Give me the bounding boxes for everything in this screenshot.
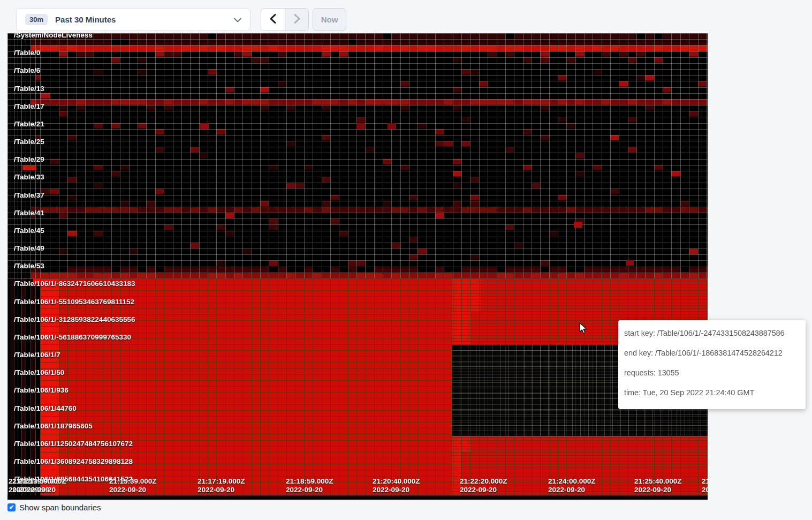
next-timeframe-button[interactable]	[285, 9, 308, 31]
show-span-boundaries-row: ✔ Show span boundaries	[7, 503, 101, 512]
show-span-boundaries-checkbox[interactable]: ✔	[7, 503, 16, 511]
chevron-right-icon	[294, 14, 300, 25]
time-range-dropdown[interactable]: 30m Past 30 Minutes	[16, 8, 251, 31]
time-range-badge: 30m	[25, 14, 48, 25]
time-range-label: Past 30 Minutes	[55, 15, 116, 24]
chevron-left-icon	[270, 14, 276, 25]
tooltip-end-key: end key: /Table/106/1/-18683814745282642…	[624, 349, 801, 357]
now-button[interactable]: Now	[313, 8, 346, 31]
heatmap-canvas[interactable]	[7, 33, 708, 500]
show-span-boundaries-label: Show span boundaries	[19, 503, 101, 512]
tooltip-requests: requests: 13055	[624, 368, 801, 377]
tooltip-time: time: Tue, 20 Sep 2022 21:24:40 GMT	[624, 388, 801, 397]
keyvisualizer-heatmap: /System/NodeLiveness/Table/0/Table/6/Tab…	[7, 33, 708, 500]
chevron-down-icon	[234, 15, 241, 25]
prev-timeframe-button[interactable]	[261, 9, 285, 31]
time-nav-group	[261, 8, 309, 31]
hover-tooltip: start key: /Table/106/1/-247433150824388…	[618, 320, 806, 409]
tooltip-start-key: start key: /Table/106/1/-247433150824388…	[624, 329, 801, 337]
